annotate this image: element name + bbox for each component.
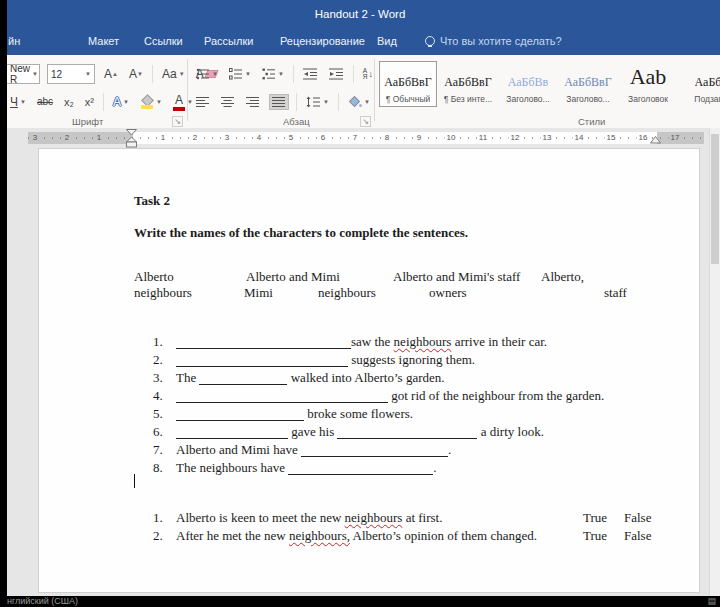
chevron-down-icon: ▼ (20, 99, 26, 105)
status-bar: английский (США) ▤ (0, 596, 720, 607)
align-center-button[interactable] (219, 95, 237, 109)
strikethrough-button[interactable]: abc (35, 96, 55, 108)
shading-button[interactable]: ▼ (346, 95, 372, 109)
blank-line (337, 424, 477, 439)
vertical-scrollbar[interactable] (709, 128, 720, 596)
grow-font-button[interactable]: А▲ (102, 67, 120, 81)
change-case-button[interactable]: Аа▼ (160, 67, 187, 81)
tab-view[interactable]: Вид (377, 35, 397, 47)
screen-edge-strip (0, 0, 7, 607)
underline-button[interactable]: Ч▼ (8, 95, 28, 109)
multilevel-list-button[interactable]: ▼ (260, 67, 286, 81)
highlighter-icon (140, 95, 154, 109)
tab-references[interactable]: Ссылки (144, 35, 183, 47)
ruler-number: 16 (637, 132, 650, 144)
subscript-button[interactable]: х₂ (62, 96, 76, 109)
increase-indent-button[interactable] (327, 67, 346, 81)
list-item: 5. broke some flowers. (153, 406, 413, 422)
style-subtitle[interactable]: АаБб Подзаг (679, 61, 720, 107)
chevron-down-icon: ▼ (245, 71, 251, 77)
style-heading2[interactable]: АаБбВвГ Заголово... (559, 61, 617, 107)
tab-design-partial[interactable]: йн (8, 35, 20, 47)
ruler-number: 3 (223, 132, 231, 144)
list-item: 7.Alberto and Mimi have . (153, 442, 451, 458)
ruler[interactable]: 3 2 1 1 2 3 4 5 6 7 8 9 10 11 12 13 14 1… (0, 128, 720, 148)
paragraph-dialog-launcher[interactable]: ↘ (360, 116, 371, 127)
blank-line (176, 406, 304, 421)
right-indent-marker[interactable] (650, 136, 661, 144)
ruler-number: 12 (509, 132, 522, 144)
multilevel-list-icon (262, 68, 276, 80)
wordbank-option: Alberto and Mimi (246, 269, 340, 285)
align-left-button[interactable] (194, 95, 212, 109)
list-item: 8.The neighbours have . (153, 460, 437, 476)
ruler-number: 14 (573, 132, 586, 144)
style-heading1[interactable]: АаБбВв Заголово... (499, 61, 557, 107)
blank-line (301, 442, 448, 457)
item-text: arrive in their car. (451, 334, 547, 349)
tell-me-box[interactable]: Что вы хотите сделать? (425, 35, 562, 47)
shrink-font-button[interactable]: А▼ (127, 67, 145, 81)
font-name-combo[interactable]: New R▼ (6, 64, 40, 84)
blank-line (199, 370, 287, 385)
sort-button[interactable]: АЯ ↓ (361, 67, 375, 82)
font-size-combo[interactable]: 12▼ (47, 64, 95, 84)
document-title: Handout 2 - Word (0, 8, 720, 20)
chevron-down-icon: ▼ (32, 71, 38, 77)
item-text: . (448, 442, 451, 457)
line-spacing-button[interactable]: ▼ (304, 95, 331, 109)
wordbank-option: Alberto (134, 269, 174, 285)
ruler-number: 8 (383, 132, 391, 144)
item-text: walked into Alberto’s garden. (287, 370, 444, 385)
chevron-down-icon: ▼ (212, 71, 218, 77)
align-right-button[interactable] (244, 95, 262, 109)
false-option: False (624, 510, 651, 526)
item-text: Alberto is keen to meet the new (176, 510, 345, 525)
wordbank-option: staff (604, 285, 627, 301)
font-dialog-launcher[interactable]: ↘ (172, 116, 183, 127)
scrollbar-thumb[interactable] (711, 134, 719, 264)
instruction-line: Write the names of the characters to com… (134, 225, 468, 241)
view-mode-icon[interactable]: ▤ (707, 596, 716, 607)
list-item: 3.The walked into Alberto’s garden. (153, 370, 445, 386)
style-no-spacing[interactable]: АаБбВвГ ¶ Без инте... (439, 61, 497, 107)
list-item: 1.saw the neighbours arrive in their car… (153, 334, 547, 350)
chevron-down-icon: ▼ (85, 71, 91, 77)
item-number: 4. (153, 388, 176, 404)
blank-line (176, 388, 388, 403)
chevron-down-icon: ▼ (123, 99, 129, 105)
highlight-button[interactable]: ▼ (138, 94, 164, 110)
decrease-indent-button[interactable] (301, 67, 320, 81)
ruler-number: 17 (669, 132, 682, 144)
numbering-button[interactable]: ▼ (227, 67, 253, 81)
increase-indent-icon (329, 68, 344, 80)
tab-layout[interactable]: Макет (88, 35, 119, 47)
ruler-number: 1 (95, 132, 103, 144)
item-text: Alberto and Mimi have (176, 442, 301, 457)
style-normal[interactable]: АаБбВвГ ¶ Обычный (379, 61, 437, 107)
misspelled-word: neighbours, (289, 528, 350, 543)
ruler-number: 2 (191, 132, 199, 144)
blank-line (288, 460, 433, 475)
ruler-number: 1 (159, 132, 167, 144)
align-left-icon (196, 96, 210, 108)
chevron-down-icon: ▼ (364, 99, 370, 105)
justify-button[interactable] (269, 94, 289, 110)
styles-group-label: Стили (578, 116, 605, 127)
text-effects-button[interactable]: А▼ (111, 95, 131, 109)
style-title[interactable]: Aab Заголовок (619, 61, 677, 107)
wordbank-option: Mimi (244, 285, 273, 301)
chevron-down-icon: ▼ (179, 71, 185, 77)
list-item: 6. gave his a dirty look. (153, 424, 544, 440)
document-page[interactable]: Task 2 Write the names of the characters… (38, 148, 700, 593)
line-spacing-icon (306, 96, 321, 108)
ruler-number: 11 (477, 132, 489, 144)
task-title: Task 2 (134, 193, 170, 209)
font-color-button[interactable]: А ▼ (171, 93, 195, 112)
language-indicator[interactable]: английский (США) (2, 596, 78, 607)
tab-mailings[interactable]: Рассылки (204, 35, 253, 47)
tab-review[interactable]: Рецензирование (280, 35, 365, 47)
superscript-button[interactable]: х² (83, 96, 96, 109)
bullets-button[interactable]: ▼ (194, 67, 220, 81)
indent-marker[interactable] (126, 129, 137, 148)
